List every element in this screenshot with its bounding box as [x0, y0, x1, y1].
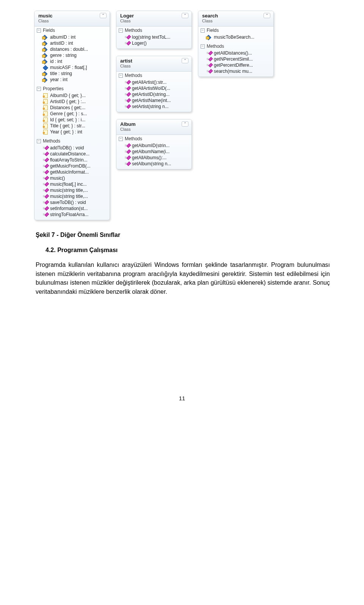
collapse-toggle-icon[interactable]: − — [37, 139, 41, 143]
class-name: Loger — [120, 13, 134, 19]
member-label: artistID : int — [50, 41, 73, 46]
member-row[interactable]: Title { get; } : str... — [36, 123, 108, 129]
member-row[interactable]: music(string title,... — [36, 193, 108, 199]
chevron-up-icon[interactable]: ⌃ — [182, 121, 188, 127]
section-methods[interactable]: −Methods — [35, 137, 110, 145]
section-fields[interactable]: −Fields — [198, 27, 273, 34]
member-row[interactable]: getAllAlbums():... — [118, 155, 190, 161]
member-label: setInformation(st... — [50, 206, 88, 211]
section-methods[interactable]: −Methods — [116, 135, 191, 143]
member-row[interactable]: getAllDistances()... — [200, 50, 272, 56]
collapse-toggle-icon[interactable]: − — [37, 28, 41, 33]
class-name: music — [38, 13, 53, 19]
member-row[interactable]: Genre { get; } : s... — [36, 111, 108, 117]
section-methods[interactable]: −Methods — [116, 72, 191, 79]
section-label: Methods — [125, 73, 142, 78]
section-methods[interactable]: −Methods — [198, 42, 273, 50]
method-icon — [207, 50, 212, 56]
class-name: Album — [120, 121, 135, 127]
member-row[interactable]: musicASF : float[,] — [36, 64, 108, 71]
method-icon — [125, 34, 130, 40]
member-row[interactable]: distances : doubl... — [36, 46, 108, 52]
class-box: AlbumClass⌃−MethodsgetAlbumID(strin...ge… — [116, 119, 192, 169]
property-icon — [43, 129, 48, 135]
member-row[interactable]: getMusicInformat... — [36, 169, 108, 175]
member-row[interactable]: calculateDistance... — [36, 151, 108, 157]
member-row[interactable]: getArtistName(int... — [118, 97, 190, 103]
member-row[interactable]: Year { get; } : int — [36, 129, 108, 135]
member-row[interactable]: artistID : int — [36, 40, 108, 46]
section-methods[interactable]: −Methods — [116, 27, 191, 34]
member-row[interactable]: getNPercentSimil... — [200, 56, 272, 62]
member-row[interactable]: musicToBeSearch... — [200, 34, 272, 40]
class-header[interactable]: musicClass⌃ — [35, 11, 110, 27]
member-label: getNPercentSimil... — [214, 56, 253, 62]
method-icon — [125, 86, 130, 91]
member-row[interactable]: getAllArtistWoID(... — [118, 85, 190, 91]
section-properties[interactable]: −Properties — [35, 85, 110, 92]
member-label: getAllArtistWoID(... — [132, 86, 170, 91]
member-list: log(string textToL...Loger() — [116, 34, 191, 49]
member-row[interactable]: getAlbumName(i... — [118, 149, 190, 155]
class-box: artistClass⌃−MethodsgetAllArtist():str..… — [116, 56, 192, 112]
class-box: searchClass⌃−FieldsmusicToBeSearch...−Me… — [198, 11, 274, 77]
member-row[interactable]: albumID : int — [36, 34, 108, 40]
property-icon — [43, 105, 48, 110]
section-label: Properties — [43, 86, 64, 91]
section-fields[interactable]: −Fields — [35, 27, 110, 34]
member-row[interactable]: music() — [36, 175, 108, 181]
member-row[interactable]: getMusicFromDB(... — [36, 163, 108, 169]
member-label: AlbumID { get; }... — [50, 93, 86, 98]
chevron-up-icon[interactable]: ⌃ — [182, 58, 188, 63]
class-header[interactable]: searchClass⌃ — [198, 11, 273, 27]
chevron-up-icon[interactable]: ⌃ — [100, 13, 107, 18]
member-row[interactable]: AlbumID { get; }... — [36, 92, 108, 99]
member-row[interactable]: Id { get; set; } : i... — [36, 117, 108, 123]
collapse-toggle-icon[interactable]: − — [201, 44, 205, 49]
class-name: artist — [120, 58, 132, 64]
field-private-icon — [43, 34, 48, 40]
class-box: musicClass⌃−FieldsalbumID : intartistID … — [34, 11, 110, 220]
class-stereotype: Class — [120, 127, 135, 132]
member-row[interactable]: saveToDB() : void — [36, 199, 108, 205]
member-row[interactable]: music(string title,... — [36, 187, 108, 193]
member-row[interactable]: year : int — [36, 77, 108, 83]
section-heading: 4.2. Programın Çalışması — [46, 247, 330, 254]
class-box: LogerClass⌃−Methodslog(string textToL...… — [116, 11, 192, 49]
class-header[interactable]: LogerClass⌃ — [116, 11, 191, 27]
member-row[interactable]: setArtist(string n... — [118, 103, 190, 110]
member-row[interactable]: getPercentDiffere... — [200, 62, 272, 68]
body-paragraph: Programda kullanılan kullanıcı arayüzüle… — [36, 260, 330, 296]
member-row[interactable]: id : int — [36, 58, 108, 64]
member-row[interactable]: floatArrayToStrin... — [36, 157, 108, 163]
member-row[interactable]: getAllArtist():str... — [118, 79, 190, 85]
chevron-up-icon[interactable]: ⌃ — [264, 13, 270, 18]
class-header[interactable]: AlbumClass⌃ — [116, 119, 191, 135]
collapse-toggle-icon[interactable]: − — [37, 87, 41, 91]
member-row[interactable]: addToDB() : void — [36, 145, 108, 151]
member-row[interactable]: music(float[,] inc... — [36, 181, 108, 187]
collapse-toggle-icon[interactable]: − — [119, 28, 123, 33]
member-row[interactable]: log(string textToL... — [118, 34, 190, 40]
collapse-toggle-icon[interactable]: − — [201, 28, 205, 33]
section-label: Methods — [207, 44, 224, 49]
member-row[interactable]: genre : string — [36, 52, 108, 58]
member-row[interactable]: title : string — [36, 71, 108, 77]
member-row[interactable]: stringToFloatArra... — [36, 212, 108, 218]
field-private-icon — [43, 47, 48, 52]
collapse-toggle-icon[interactable]: − — [119, 74, 123, 78]
member-row[interactable]: Loger() — [118, 40, 190, 46]
collapse-toggle-icon[interactable]: − — [119, 137, 123, 141]
field-private-icon — [43, 77, 48, 82]
member-row[interactable]: search(music mu... — [200, 68, 272, 74]
method-icon — [125, 98, 130, 103]
chevron-up-icon[interactable]: ⌃ — [182, 13, 188, 18]
member-row[interactable]: Distances { get;... — [36, 105, 108, 111]
class-header[interactable]: artistClass⌃ — [116, 56, 191, 72]
member-row[interactable]: getArtistID(string... — [118, 91, 190, 97]
member-row[interactable]: getAlbumID(strin... — [118, 143, 190, 149]
member-row[interactable]: setInformation(st... — [36, 205, 108, 212]
member-row[interactable]: ArtistID { get; } :... — [36, 99, 108, 105]
method-icon — [125, 104, 130, 109]
member-row[interactable]: setAlbum(string n... — [118, 161, 190, 167]
